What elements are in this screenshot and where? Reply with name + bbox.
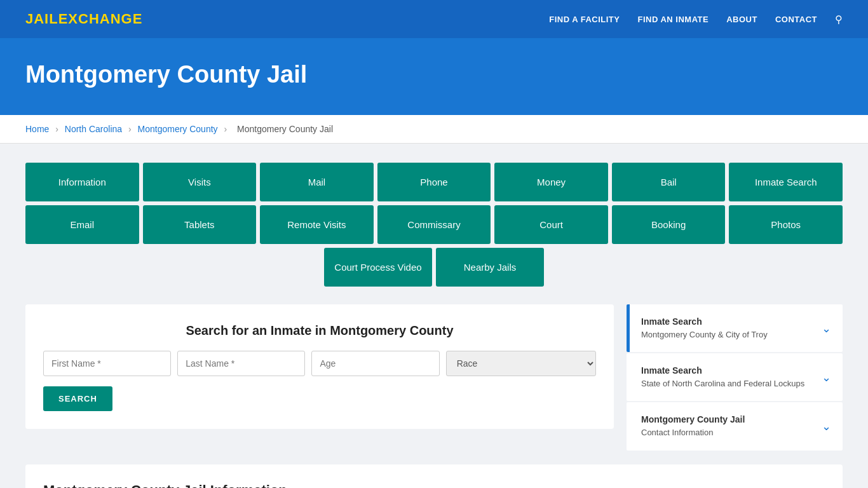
- nav-links: FIND A FACILITY FIND AN INMATE ABOUT CON…: [549, 13, 843, 25]
- buttons-row2: EmailTabletsRemote VisitsCommissaryCourt…: [25, 205, 843, 244]
- search-button[interactable]: SEARCH: [43, 386, 112, 411]
- buttons-row1: InformationVisitsMailPhoneMoneyBailInmat…: [25, 163, 843, 201]
- btn-row1-5[interactable]: Bail: [612, 163, 726, 201]
- accordion-strong-1: Inmate Search: [641, 316, 768, 329]
- accordion-header-3[interactable]: Montgomery County Jail Contact Informati…: [630, 402, 843, 450]
- accordion-title-2: Inmate Search State of North Carolina an…: [641, 365, 804, 390]
- bottom-title: Montgomery County Jail Information: [43, 482, 825, 488]
- btn-row1-4[interactable]: Money: [494, 163, 608, 201]
- btn-row2-5[interactable]: Booking: [612, 205, 726, 244]
- accordion-strong-2: Inmate Search: [641, 365, 804, 377]
- chevron-icon-2: ⌄: [822, 370, 831, 384]
- breadcrumb-home[interactable]: Home: [25, 124, 49, 134]
- breadcrumb-sep3: ›: [224, 124, 227, 134]
- btn-row3-1[interactable]: Nearby Jails: [436, 248, 544, 287]
- chevron-icon-3: ⌄: [822, 419, 831, 433]
- logo-jail: JAIL: [25, 11, 58, 27]
- breadcrumb-mc[interactable]: Montgomery County: [138, 124, 218, 134]
- nav-find-facility[interactable]: FIND A FACILITY: [549, 15, 620, 24]
- breadcrumb-nc[interactable]: North Carolina: [65, 124, 122, 134]
- navbar: JAILEXCHANGE FIND A FACILITY FIND AN INM…: [0, 0, 868, 38]
- site-logo[interactable]: JAILEXCHANGE: [25, 11, 142, 27]
- accordion-title-3: Montgomery County Jail Contact Informati…: [641, 414, 745, 438]
- btn-row2-2[interactable]: Remote Visits: [260, 205, 374, 244]
- breadcrumb: Home › North Carolina › Montgomery Count…: [0, 115, 868, 144]
- btn-row1-2[interactable]: Mail: [260, 163, 374, 201]
- hero-section: Montgomery County Jail: [0, 38, 868, 115]
- accordion-item-2: Inmate Search State of North Carolina an…: [627, 353, 843, 401]
- btn-row2-6[interactable]: Photos: [729, 205, 843, 244]
- accordion-sub-3: Contact Information: [641, 428, 713, 437]
- btn-row2-1[interactable]: Tablets: [143, 205, 257, 244]
- accordion-header-2[interactable]: Inmate Search State of North Carolina an…: [630, 353, 843, 401]
- two-col-layout: Search for an Inmate in Montgomery Count…: [25, 304, 843, 452]
- breadcrumb-sep2: ›: [128, 124, 132, 134]
- btn-row2-0[interactable]: Email: [25, 205, 139, 244]
- btn-row1-6[interactable]: Inmate Search: [729, 163, 843, 201]
- buttons-row3: Court Process VideoNearby Jails: [25, 248, 843, 287]
- accordion-strong-3: Montgomery County Jail: [641, 414, 745, 426]
- search-title: Search for an Inmate in Montgomery Count…: [43, 323, 596, 338]
- breadcrumb-current: Montgomery County Jail: [237, 124, 333, 134]
- bottom-section: Montgomery County Jail Information: [25, 464, 843, 488]
- race-select[interactable]: Race: [446, 351, 596, 376]
- accordion-item-3: Montgomery County Jail Contact Informati…: [627, 402, 843, 450]
- btn-row2-4[interactable]: Court: [494, 205, 608, 244]
- accordion-header-1[interactable]: Inmate Search Montgomery County & City o…: [630, 304, 843, 352]
- btn-row1-0[interactable]: Information: [25, 163, 139, 201]
- accordion-sub-2: State of North Carolina and Federal Lock…: [641, 379, 804, 388]
- btn-row3-0[interactable]: Court Process Video: [324, 248, 432, 287]
- first-name-input[interactable]: [43, 351, 171, 376]
- nav-contact[interactable]: CONTACT: [775, 15, 817, 24]
- search-icon[interactable]: ⚲: [835, 13, 843, 25]
- nav-find-inmate[interactable]: FIND AN INMATE: [637, 15, 709, 24]
- content-area: InformationVisitsMailPhoneMoneyBailInmat…: [0, 144, 868, 488]
- search-fields: Race: [43, 351, 596, 376]
- accordion-panel: Inmate Search Montgomery County & City o…: [627, 304, 843, 452]
- page-title: Montgomery County Jail: [25, 61, 843, 88]
- accordion-title-1: Inmate Search Montgomery County & City o…: [641, 316, 768, 341]
- last-name-input[interactable]: [177, 351, 305, 376]
- logo-exchange: EXCHANGE: [58, 11, 143, 27]
- nav-about[interactable]: ABOUT: [726, 15, 757, 24]
- chevron-icon-1: ⌄: [822, 322, 831, 336]
- btn-row1-3[interactable]: Phone: [377, 163, 491, 201]
- breadcrumb-sep1: ›: [55, 124, 58, 134]
- accordion-sub-1: Montgomery County & City of Troy: [641, 330, 768, 339]
- btn-row2-3[interactable]: Commissary: [377, 205, 491, 244]
- age-input[interactable]: [311, 351, 439, 376]
- accordion-item-1: Inmate Search Montgomery County & City o…: [627, 304, 843, 352]
- btn-row1-1[interactable]: Visits: [143, 163, 257, 201]
- search-panel: Search for an Inmate in Montgomery Count…: [25, 304, 614, 429]
